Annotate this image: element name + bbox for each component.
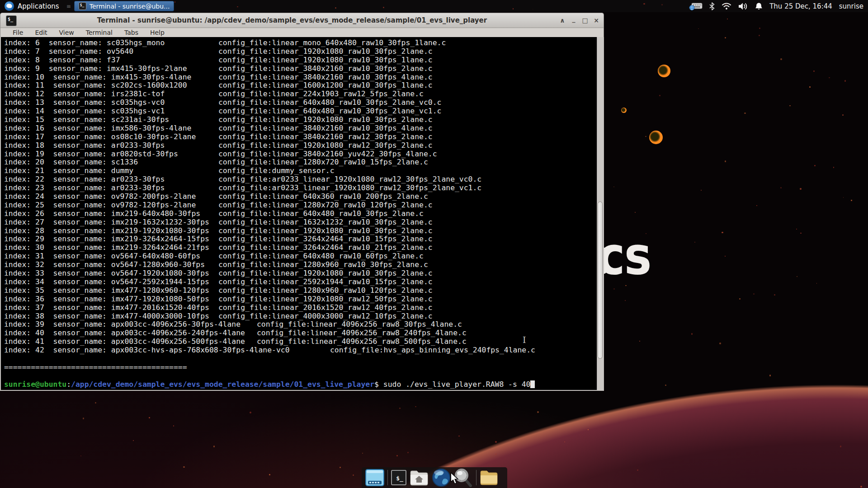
terminal-line: index: 11 sensor_name: sc202cs-1600x1200… xyxy=(4,81,597,90)
shell-prompt[interactable]: sunrise@ubuntu:/app/cdev_demo/sample_evs… xyxy=(4,380,597,389)
terminal-line: index: 15 sensor_name: sc231ai-30fpsconf… xyxy=(4,116,597,124)
terminal-line: index: 37 sensor_name: imx477-2016x1520-… xyxy=(4,304,597,312)
wifi-icon[interactable] xyxy=(722,2,731,10)
orange-particle-small xyxy=(621,108,627,113)
menu-view[interactable]: View xyxy=(53,29,80,36)
text-cursor-ibeam: I xyxy=(523,335,526,345)
terminal-icon: $_ xyxy=(79,2,86,10)
window-controls: ∧ _ □ × xyxy=(559,13,600,28)
terminal-line: index: 36 sensor_name: imx477-868x488-… xyxy=(4,295,597,304)
terminal-line: index: 17 sensor_name: os08c10-30fps-2la… xyxy=(4,133,597,141)
panel-username: sunrise xyxy=(839,2,863,10)
terminal-line: index: 34 sensor_name: ov5647-2592x1944-… xyxy=(4,278,597,286)
dock-terminal-icon[interactable]: $_ xyxy=(391,470,406,485)
terminal-line: index: 9 sensor_name: imx415-30fps-2lane… xyxy=(4,65,597,73)
menu-terminal[interactable]: Terminal xyxy=(80,29,118,36)
terminal-line: index: 26 sensor_name: imx219-640x480-30… xyxy=(4,210,597,218)
terminal-line: index: 33 sensor_name: ov5647-868x488-… xyxy=(4,269,597,278)
dock-separator xyxy=(387,470,388,485)
terminal-line: index: 6 sensor_name: sc035hgs_monoconfi… xyxy=(4,39,597,47)
terminal-line: index: 25 sensor_name: ov9782-120fps-2la… xyxy=(4,201,597,210)
terminal-line: index: 21 sensor_name: dummyconfig_file:… xyxy=(4,167,597,175)
terminal-line: index: 19 sensor_name: ar0820std-30fpsco… xyxy=(4,150,597,159)
wallpaper-brand-text: cs xyxy=(598,225,651,286)
terminal-line: index: 14 sensor_name: sc035hgs-vc1confi… xyxy=(4,107,597,116)
terminal-line: index: 31 sensor_name: ov5647-640x480-60… xyxy=(4,252,597,261)
dock: $_ xyxy=(362,467,507,488)
taskbar-button-label: Terminal - sunrise@ubu... xyxy=(90,3,170,10)
prompt-user: sunrise@ubuntu xyxy=(4,380,66,389)
terminal-output[interactable]: index: 6 sensor_name: sc035hgs_monoconfi… xyxy=(1,37,597,390)
panel-clock[interactable]: Thu 25 Dec, 16:44 xyxy=(769,2,832,10)
terminal-line: index: 32 sensor_name: ov5647-1280x960-3… xyxy=(4,261,597,269)
terminal-line: index: 42 sensor_name: apx003cc-hvs-aps-… xyxy=(4,346,597,355)
close-button[interactable]: × xyxy=(593,17,600,23)
taskbar-terminal-button[interactable]: $_ Terminal - sunrise@ubu... xyxy=(74,1,175,11)
terminal-body: index: 6 sensor_name: sc035hgs_monoconfi… xyxy=(0,37,604,391)
terminal-line: index: 7 sensor_name: ov5640config_file:… xyxy=(4,47,597,56)
terminal-line: index: 12 sensor_name: irs2381c-tofconfi… xyxy=(4,90,597,99)
terminal-line: index: 20 sensor_name: sc1336config_file… xyxy=(4,158,597,167)
dock-separator xyxy=(476,470,476,485)
keyboard-layout-icon[interactable] xyxy=(689,2,703,10)
terminal-window: $_ Terminal - sunrise@ubuntu: /app/cdev_… xyxy=(0,13,604,391)
system-tray: Thu 25 Dec, 16:44 sunrise xyxy=(689,0,868,12)
mouse-cursor-arrow xyxy=(450,473,459,486)
terminal-line: index: 27 sensor_name: imx219-1632x1232-… xyxy=(4,218,597,227)
terminal-line: index: 29 sensor_name: imx219-3264x2464-… xyxy=(4,235,597,244)
menu-bar: File Edit View Terminal Tabs Help xyxy=(0,28,604,37)
prompt-command: sudo ./evs_live_player.RAW8 -s 40 xyxy=(383,380,531,389)
shade-button[interactable]: ∧ xyxy=(559,17,566,23)
dock-web-browser-icon[interactable] xyxy=(432,468,451,487)
terminal-line: index: 24 sensor_name: ov9782-200fps-2la… xyxy=(4,192,597,201)
terminal-line: index: 18 sensor_name: ar0233-30fpsconfi… xyxy=(4,141,597,150)
notifications-bell-icon[interactable] xyxy=(755,2,763,10)
menu-file[interactable]: File xyxy=(7,29,29,36)
terminal-line: index: 16 sensor_name: imx586-30fps-4lan… xyxy=(4,124,597,133)
volume-icon[interactable] xyxy=(738,2,748,10)
separator-line: ========================================… xyxy=(4,363,597,372)
menu-help[interactable]: Help xyxy=(144,29,170,36)
window-titlebar[interactable]: $_ Terminal - sunrise@ubuntu: /app/cdev_… xyxy=(0,13,604,28)
orange-particle-large-1 xyxy=(658,65,670,77)
terminal-line: index: 28 sensor_name: imx219-868x488-… xyxy=(4,227,597,235)
terminal-line: index: 35 sensor_name: imx477-1280x960-1… xyxy=(4,286,597,295)
scrollbar[interactable] xyxy=(597,37,603,390)
dock-files-folder-icon[interactable] xyxy=(480,469,498,486)
terminal-line: index: 13 sensor_name: sc035hgs-vc0confi… xyxy=(4,99,597,107)
terminal-line: index: 38 sensor_name: imx477-4000x3000-… xyxy=(4,312,597,321)
orange-particle-large-2 xyxy=(649,131,663,144)
prompt-dollar: $ xyxy=(374,380,383,389)
terminal-icon: $_ xyxy=(6,15,17,26)
terminal-line: index: 39 sensor_name: apx003cc-4096x256… xyxy=(4,320,597,329)
panel-drag-handle[interactable]: ≡ xyxy=(66,3,71,9)
prompt-colon: : xyxy=(66,380,71,389)
prompt-path: /app/cdev_demo/sample_evs/evs_mode_relea… xyxy=(71,380,374,389)
top-panel: Applications ≡ $_ Terminal - sunrise@ubu… xyxy=(0,0,868,12)
terminal-line: index: 41 sensor_name: apx003cc-4096x256… xyxy=(4,338,597,346)
menu-tabs[interactable]: Tabs xyxy=(118,29,144,36)
terminal-line: index: 23 sensor_name: ar0233-30fpsconfi… xyxy=(4,184,597,192)
terminal-line: index: 22 sensor_name: ar0233-30fpsconfi… xyxy=(4,175,597,184)
menu-edit[interactable]: Edit xyxy=(29,29,53,36)
terminal-line: index: 30 sensor_name: imx219-3264x2464-… xyxy=(4,244,597,252)
applications-menu-icon xyxy=(5,1,14,11)
dock-show-desktop-icon[interactable] xyxy=(365,469,384,486)
dock-home-folder-icon[interactable] xyxy=(410,469,429,486)
terminal-line: index: 40 sensor_name: apx003cc-4096x256… xyxy=(4,329,597,338)
minimize-button[interactable]: _ xyxy=(570,16,577,22)
window-title: Terminal - sunrise@ubuntu: /app/cdev_dem… xyxy=(0,16,604,24)
maximize-button[interactable]: □ xyxy=(581,17,589,23)
applications-menu-button[interactable]: Applications xyxy=(0,0,64,12)
terminal-line: index: 10 sensor_name: imx415-30fps-4lan… xyxy=(4,73,597,82)
scrollbar-thumb[interactable] xyxy=(598,202,603,359)
bluetooth-icon[interactable] xyxy=(709,2,715,10)
terminal-line: index: 8 sensor_name: f37config_file:lin… xyxy=(4,56,597,65)
terminal-cursor xyxy=(530,380,535,388)
applications-menu-label: Applications xyxy=(18,2,59,10)
